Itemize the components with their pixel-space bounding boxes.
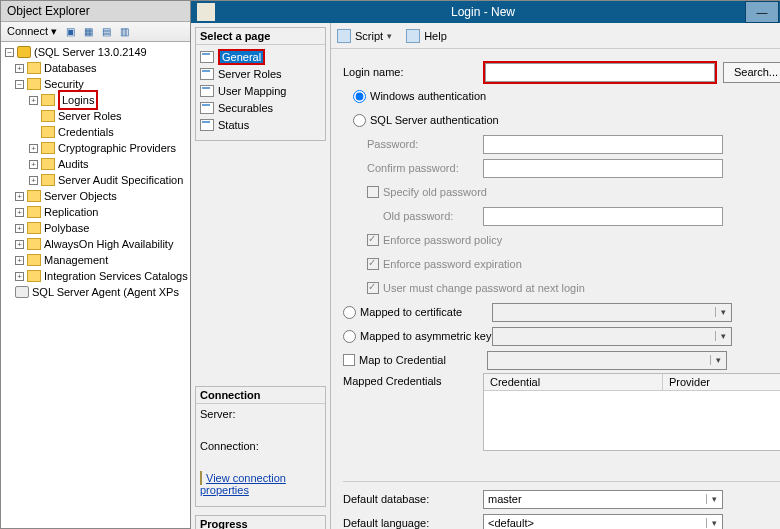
windows-auth-radio[interactable] bbox=[353, 90, 366, 103]
chevron-down-icon[interactable]: ▾ bbox=[706, 518, 722, 528]
folder-icon bbox=[27, 78, 41, 90]
server-roles-node[interactable]: Server Roles bbox=[58, 108, 122, 124]
mapped-credentials-grid[interactable]: Credential Provider bbox=[483, 373, 780, 451]
script-icon bbox=[337, 29, 351, 43]
connect-menu[interactable]: Connect ▾ bbox=[5, 24, 59, 39]
credentials-node[interactable]: Credentials bbox=[58, 124, 114, 140]
server-node[interactable]: (SQL Server 13.0.2149 bbox=[34, 44, 147, 60]
progress-header: Progress bbox=[196, 516, 325, 529]
dialog-titlebar: Login - New — ▢ ✕ bbox=[191, 1, 780, 23]
logins-node[interactable]: Logins bbox=[58, 90, 98, 110]
map-asym-label: Mapped to asymmetric key bbox=[360, 330, 492, 342]
page-status[interactable]: Status bbox=[200, 117, 321, 133]
form-area: Login name: Search... Windows authentica… bbox=[331, 49, 780, 529]
agent-node[interactable]: SQL Server Agent (Agent XPs bbox=[32, 284, 179, 300]
connection-label: Connection: bbox=[200, 440, 321, 452]
management-node[interactable]: Management bbox=[44, 252, 108, 268]
page-server-roles[interactable]: Server Roles bbox=[200, 66, 321, 82]
databases-node[interactable]: Databases bbox=[44, 60, 97, 76]
dialog-toolbar: Script ▾ Help bbox=[331, 23, 780, 49]
isc-node[interactable]: Integration Services Catalogs bbox=[44, 268, 188, 284]
main-panel: Script ▾ Help Login name: Search... Win bbox=[331, 23, 780, 529]
polybase-node[interactable]: Polybase bbox=[44, 220, 89, 236]
chevron-down-icon[interactable]: ▾ bbox=[706, 494, 722, 504]
expander-icon[interactable]: + bbox=[15, 192, 24, 201]
enforce-policy-checkbox bbox=[367, 234, 379, 246]
folder-icon bbox=[27, 270, 41, 282]
replication-node[interactable]: Replication bbox=[44, 204, 98, 220]
minimize-button[interactable]: — bbox=[745, 1, 779, 23]
page-icon bbox=[200, 85, 214, 97]
folder-icon bbox=[27, 222, 41, 234]
asym-key-combo: ▾ bbox=[492, 327, 732, 346]
folder-icon bbox=[27, 190, 41, 202]
expander-icon[interactable]: + bbox=[15, 272, 24, 281]
toolbar-icon-1[interactable]: ▣ bbox=[63, 25, 77, 39]
crypto-node[interactable]: Cryptographic Providers bbox=[58, 140, 176, 156]
confirm-password-input bbox=[483, 159, 723, 178]
expander-icon[interactable]: + bbox=[29, 176, 38, 185]
folder-icon bbox=[27, 254, 41, 266]
expander-icon[interactable]: + bbox=[29, 160, 38, 169]
confirm-label: Confirm password: bbox=[343, 162, 483, 174]
expander-icon[interactable]: − bbox=[15, 80, 24, 89]
select-page-header: Select a page bbox=[196, 28, 325, 45]
expander-icon[interactable]: + bbox=[15, 64, 24, 73]
expander-icon[interactable]: + bbox=[29, 96, 38, 105]
password-input bbox=[483, 135, 723, 154]
alwayson-node[interactable]: AlwaysOn High Availability bbox=[44, 236, 173, 252]
search-button[interactable]: Search... bbox=[723, 62, 780, 83]
expander-icon[interactable]: + bbox=[15, 208, 24, 217]
enforce-policy-label: Enforce password policy bbox=[383, 234, 502, 246]
default-lang-label: Default language: bbox=[343, 517, 483, 529]
folder-icon bbox=[41, 158, 55, 170]
folder-icon bbox=[41, 110, 55, 122]
toolbar-icon-3[interactable]: ▤ bbox=[99, 25, 113, 39]
dialog-title: Login - New bbox=[221, 5, 745, 19]
specify-old-checkbox bbox=[367, 186, 379, 198]
page-selector-column: Select a page General Server Roles User … bbox=[191, 23, 331, 529]
folder-icon bbox=[41, 174, 55, 186]
expander-icon[interactable]: + bbox=[15, 240, 24, 249]
dialog-icon bbox=[197, 3, 215, 21]
chevron-down-icon[interactable]: ▾ bbox=[387, 31, 392, 41]
expander-icon[interactable]: − bbox=[5, 48, 14, 57]
map-cert-label: Mapped to certificate bbox=[360, 306, 492, 318]
audit-spec-node[interactable]: Server Audit Specification bbox=[58, 172, 183, 188]
page-general[interactable]: General bbox=[200, 49, 321, 65]
sql-auth-radio[interactable] bbox=[353, 114, 366, 127]
view-connection-properties-link[interactable]: View connection properties bbox=[200, 472, 286, 496]
login-name-input[interactable] bbox=[485, 63, 715, 82]
help-button[interactable]: Help bbox=[424, 30, 447, 42]
map-credential-checkbox[interactable] bbox=[343, 354, 355, 366]
server-icon bbox=[17, 46, 31, 58]
expander-icon[interactable]: + bbox=[15, 224, 24, 233]
folder-icon bbox=[27, 62, 41, 74]
must-change-label: User must change password at next login bbox=[383, 282, 585, 294]
map-cert-radio[interactable] bbox=[343, 306, 356, 319]
script-button[interactable]: Script bbox=[355, 30, 383, 42]
page-icon bbox=[200, 51, 214, 63]
page-icon bbox=[200, 119, 214, 131]
enforce-expire-checkbox bbox=[367, 258, 379, 270]
object-explorer-title: Object Explorer bbox=[1, 1, 190, 22]
help-icon bbox=[406, 29, 420, 43]
sql-auth-label: SQL Server authentication bbox=[370, 114, 499, 126]
chevron-down-icon: ▾ bbox=[715, 331, 731, 341]
map-asym-radio[interactable] bbox=[343, 330, 356, 343]
toolbar-icon-2[interactable]: ▦ bbox=[81, 25, 95, 39]
select-page-group: Select a page General Server Roles User … bbox=[195, 27, 326, 141]
expander-icon[interactable]: + bbox=[15, 256, 24, 265]
server-objects-node[interactable]: Server Objects bbox=[44, 188, 117, 204]
old-password-label: Old password: bbox=[343, 210, 483, 222]
expander-icon[interactable]: + bbox=[29, 144, 38, 153]
default-lang-combo[interactable]: <default>▾ bbox=[483, 514, 723, 530]
page-user-mapping[interactable]: User Mapping bbox=[200, 83, 321, 99]
audits-node[interactable]: Audits bbox=[58, 156, 89, 172]
default-db-combo[interactable]: master▾ bbox=[483, 490, 723, 509]
page-securables[interactable]: Securables bbox=[200, 100, 321, 116]
folder-icon bbox=[41, 142, 55, 154]
toolbar-icon-4[interactable]: ▥ bbox=[117, 25, 131, 39]
provider-column: Provider bbox=[663, 374, 780, 390]
object-explorer-tree[interactable]: −(SQL Server 13.0.2149 +Databases −Secur… bbox=[1, 42, 190, 528]
